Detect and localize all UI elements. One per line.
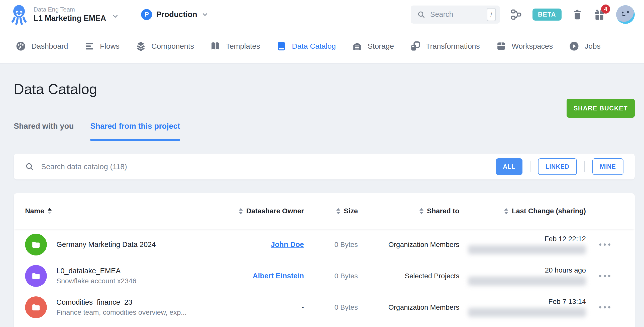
nav-item-jobs[interactable]: Jobs	[569, 41, 600, 51]
nav-label: Jobs	[585, 42, 600, 50]
column-label: Size	[344, 207, 358, 215]
transformations-icon	[410, 41, 420, 51]
column-label: Name	[25, 207, 44, 215]
nav-label: Flows	[100, 42, 120, 50]
user-avatar[interactable]	[616, 5, 635, 24]
column-header-datashare-owner[interactable]: Datashare Owner	[236, 207, 304, 215]
sort-icon	[239, 208, 243, 214]
size-value: 0 Bytes	[335, 272, 358, 280]
redacted-email	[468, 308, 586, 317]
redacted-email	[468, 245, 586, 254]
table-row[interactable]: Germany Marketing Data 2024 John Doe 0 B…	[14, 229, 635, 260]
last-change-date: 20 hours ago	[545, 266, 586, 274]
table-header: Name Datashare Owner Size Shared to	[14, 193, 635, 229]
catalog-search-input[interactable]	[41, 162, 489, 171]
nav-item-dashboard[interactable]: Dashboard	[16, 41, 68, 51]
nav-item-flows[interactable]: Flows	[84, 41, 120, 51]
environment-switcher[interactable]: P Production	[141, 9, 209, 20]
nav-item-templates[interactable]: Templates	[210, 41, 260, 51]
project-switcher[interactable]: Data Eng Team L1 Marketing EMEA	[34, 6, 106, 23]
nav-item-data-catalog[interactable]: Data Catalog	[276, 41, 336, 51]
bucket-description: Finance team, comodities overview, exp..…	[56, 308, 187, 316]
column-header-last-change[interactable]: Last Change (sharing)	[459, 207, 586, 215]
page-title: Data Catalog	[14, 81, 635, 97]
flows-icon	[84, 41, 95, 51]
octopus-logo-icon	[11, 5, 27, 26]
chevron-down-icon	[201, 11, 209, 18]
flow-builder-button[interactable]	[510, 9, 522, 20]
templates-book-icon	[210, 41, 221, 51]
bucket-folder-icon	[25, 265, 47, 287]
column-header-size[interactable]: Size	[304, 207, 358, 215]
search-icon	[417, 11, 425, 19]
sort-icon	[336, 208, 340, 214]
nav-item-components[interactable]: Components	[136, 41, 194, 51]
owner-link[interactable]: John Doe	[271, 240, 304, 249]
nav-label: Storage	[368, 42, 394, 50]
column-header-shared-to[interactable]: Shared to	[358, 207, 459, 215]
catalog-search-bar: ALL LINKED MINE	[14, 154, 635, 179]
column-label: Last Change (sharing)	[512, 207, 586, 215]
column-label: Shared to	[427, 207, 459, 215]
notification-count-badge: 4	[601, 5, 610, 14]
chevron-down-icon[interactable]	[112, 13, 119, 20]
nav-label: Dashboard	[31, 42, 68, 50]
team-name: Data Eng Team	[34, 6, 106, 13]
owner-value: -	[301, 303, 304, 311]
trash-icon	[572, 9, 583, 20]
redacted-email	[468, 277, 586, 286]
components-layers-icon	[136, 41, 146, 51]
page-content: Data Catalog SHARE BUCKET Shared with yo…	[0, 81, 644, 327]
workspaces-icon	[496, 41, 506, 51]
beta-badge: BETA	[532, 9, 562, 21]
sort-icon	[419, 208, 423, 214]
nav-label: Workspaces	[512, 42, 553, 50]
filter-all-button[interactable]: ALL	[496, 158, 522, 175]
row-menu-button[interactable]	[597, 272, 613, 280]
owner-link[interactable]: Albert Einstein	[253, 272, 304, 280]
nav-label: Templates	[226, 42, 260, 50]
column-label: Datashare Owner	[246, 207, 304, 215]
global-search-input[interactable]	[430, 10, 482, 19]
data-catalog-book-icon	[276, 41, 287, 51]
catalog-tabs: Shared with you Shared from this project	[14, 122, 635, 140]
shared-to-value: Organization Members	[388, 241, 459, 249]
table-row[interactable]: L0_datalake_EMEA Snowflake account x2346…	[14, 260, 635, 292]
filter-linked-button[interactable]: LINKED	[538, 158, 577, 175]
table-row[interactable]: Comodities_finance_23 Finance team, como…	[14, 292, 635, 323]
global-search[interactable]: /	[411, 6, 500, 24]
avatar-face-icon	[616, 5, 635, 24]
bucket-name: Germany Marketing Data 2024	[56, 240, 156, 249]
last-change-date: Feb 7 13:14	[549, 298, 586, 306]
storage-warehouse-icon	[352, 41, 362, 51]
catalog-filters: ALL LINKED MINE	[496, 158, 623, 175]
jobs-play-icon	[569, 41, 579, 51]
nav-label: Transformations	[426, 42, 480, 50]
nav-item-workspaces[interactable]: Workspaces	[496, 41, 553, 51]
gift-button[interactable]: 4	[593, 8, 606, 21]
shared-to-value: Selected Projects	[405, 272, 459, 280]
environment-name: Production	[156, 10, 197, 19]
filter-mine-button[interactable]: MINE	[592, 158, 623, 175]
bucket-name: L0_datalake_EMEA	[56, 267, 136, 275]
project-name: L1 Marketing EMEA	[34, 14, 106, 23]
tab-shared-with-you[interactable]: Shared with you	[14, 122, 74, 140]
column-header-name[interactable]: Name	[25, 207, 236, 215]
sort-icon	[48, 208, 52, 214]
filter-divider	[584, 161, 585, 172]
trash-button[interactable]	[572, 9, 583, 20]
nav-item-transformations[interactable]: Transformations	[410, 41, 480, 51]
size-value: 0 Bytes	[335, 303, 358, 311]
tab-shared-from-this-project[interactable]: Shared from this project	[90, 122, 180, 140]
app-window: Data Eng Team L1 Marketing EMEA P Produc…	[0, 0, 644, 327]
nav-label: Data Catalog	[292, 42, 336, 50]
share-bucket-button[interactable]: SHARE BUCKET	[567, 99, 635, 118]
row-menu-button[interactable]	[597, 304, 613, 311]
filter-divider	[530, 161, 530, 172]
production-badge-icon: P	[141, 9, 152, 20]
nav-item-storage[interactable]: Storage	[352, 41, 394, 51]
main-navigation: Dashboard Flows Components Templates	[0, 29, 644, 63]
shared-to-value: Organization Members	[388, 303, 459, 311]
size-value: 0 Bytes	[335, 241, 358, 249]
row-menu-button[interactable]	[597, 241, 613, 248]
